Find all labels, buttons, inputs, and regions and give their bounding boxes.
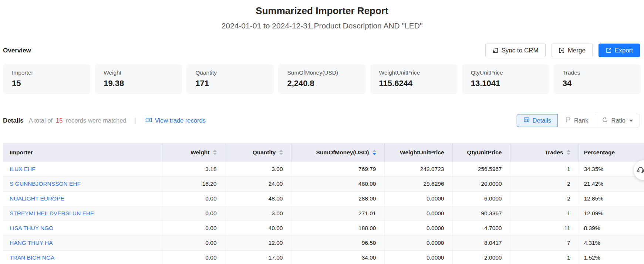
cell-qtyunitprice: 256.5967 — [452, 162, 510, 176]
sort-carets-icon[interactable] — [213, 150, 217, 155]
chevron-down-icon — [629, 120, 633, 122]
column-header-qtyunitprice: QtyUnitPrice — [452, 143, 510, 162]
importer-link[interactable]: NUALIGHT EUROPE — [10, 195, 64, 202]
export-label: Export — [615, 47, 633, 54]
column-label: Quantity — [253, 149, 276, 155]
importer-table: ImporterWeightQuantitySumOfMoney(USD)Wei… — [3, 143, 644, 264]
cell-quantity: 24.00 — [225, 176, 291, 191]
view-trade-records-link[interactable]: View trade records — [145, 117, 206, 124]
cell-sumofmoney-usd-: 480.00 — [291, 176, 384, 191]
trade-records-icon — [145, 117, 152, 124]
cell-trades: 1 — [510, 250, 579, 264]
importer-link[interactable]: STREYMI HEILDVERSLUN EHF — [10, 210, 94, 216]
report-subtitle: 2024-01-01 to 2024-12-31,Product Descrip… — [0, 21, 644, 30]
cell-trades: 1 — [510, 162, 579, 176]
column-header-quantity[interactable]: Quantity — [225, 143, 291, 162]
cell-weightunitprice: 0.0000 — [384, 236, 452, 250]
cell-percentage: 1.52% — [579, 250, 644, 264]
cell-sumofmoney-usd-: 288.00 — [291, 191, 384, 206]
importer-link[interactable]: S GUNNBJORNSSON EHF — [10, 181, 81, 187]
cell-qtyunitprice: 8.0417 — [452, 236, 510, 250]
view-mode-switch: Details Rank Ratio — [516, 114, 640, 127]
sync-to-crm-button[interactable]: Sync to CRM — [485, 44, 546, 57]
table-row: S GUNNBJORNSSON EHF16.2024.00480.0029.62… — [3, 176, 644, 191]
cell-weight: 16.20 — [162, 176, 225, 191]
cell-trades: 11 — [510, 221, 579, 236]
tab-rank[interactable]: Rank — [558, 114, 595, 127]
column-label: Percentage — [584, 149, 615, 155]
cell-sumofmoney-usd-: 96.50 — [291, 236, 384, 250]
stat-label: Trades — [563, 69, 641, 76]
importer-link[interactable]: LISA THUY NGO — [10, 225, 53, 231]
cell-trades: 7 — [510, 236, 579, 250]
column-header-importer: Importer — [3, 143, 162, 162]
tab-ratio[interactable]: Ratio — [595, 114, 640, 127]
tab-details-label: Details — [533, 117, 551, 124]
table-row: ILUX EHF3.183.00769.79242.0723256.596713… — [3, 162, 644, 176]
cell-weight: 0.00 — [162, 206, 225, 221]
match-count: 15 — [56, 117, 63, 124]
merge-button[interactable]: Merge — [552, 44, 593, 57]
details-heading: Details — [3, 117, 24, 124]
column-header-weightunitprice: WeightUnitPrice — [384, 143, 452, 162]
cell-quantity: 12.00 — [225, 236, 291, 250]
match-text-suffix: records were matched — [66, 117, 126, 124]
stat-value: 34 — [563, 79, 641, 88]
column-header-trades[interactable]: Trades — [510, 143, 579, 162]
stat-card-quantity: Quantity171 — [186, 64, 274, 94]
view-trade-records-label: View trade records — [155, 117, 206, 124]
cell-percentage: 12.85% — [579, 191, 644, 206]
overview-bar: Overview Sync to CRM Merge — [0, 44, 644, 57]
tab-details[interactable]: Details — [517, 114, 558, 127]
importer-link[interactable]: TRAN BICH NGA — [10, 254, 54, 261]
cell-weight: 0.00 — [162, 250, 225, 264]
column-label: Weight — [190, 149, 209, 155]
cell-sumofmoney-usd-: 34.00 — [291, 250, 384, 264]
cell-qtyunitprice: 90.3367 — [452, 206, 510, 221]
match-text-prefix: A total of — [29, 117, 53, 124]
importer-cell: TRAN BICH NGA — [3, 250, 162, 264]
cell-weightunitprice: 242.0723 — [384, 162, 452, 176]
cell-percentage: 21.42% — [579, 176, 644, 191]
refresh-icon — [602, 117, 608, 124]
cell-weightunitprice: 0.0000 — [384, 250, 452, 264]
stat-value: 2,240.8 — [287, 79, 365, 88]
cell-weight: 0.00 — [162, 191, 225, 206]
stat-value: 171 — [195, 79, 274, 88]
cell-quantity: 40.00 — [225, 221, 291, 236]
importer-cell: STREYMI HEILDVERSLUN EHF — [3, 206, 162, 221]
column-header-weight[interactable]: Weight — [162, 143, 225, 162]
sort-carets-icon[interactable] — [567, 150, 570, 155]
table-row: STREYMI HEILDVERSLUN EHF0.003.00271.010.… — [3, 206, 644, 221]
column-header-sumofmoney-usd-[interactable]: SumOfMoney(USD) — [291, 143, 384, 162]
stat-card-trades: Trades34 — [554, 64, 641, 94]
stat-value: 115.6244 — [379, 79, 458, 88]
export-button[interactable]: Export — [599, 44, 640, 57]
cell-quantity: 3.00 — [225, 162, 291, 176]
column-header-percentage: Percentage — [579, 143, 644, 162]
importer-cell: S GUNNBJORNSSON EHF — [3, 176, 162, 191]
cell-qtyunitprice: 2.0000 — [452, 250, 510, 264]
cell-weightunitprice: 0.0000 — [384, 206, 452, 221]
details-bar: Details A total of 15 records were match… — [0, 114, 644, 127]
cell-quantity: 17.00 — [225, 250, 291, 264]
page-title: Summarized Importer Report — [0, 5, 644, 16]
sort-carets-icon[interactable] — [372, 150, 376, 155]
cell-sumofmoney-usd-: 769.79 — [291, 162, 384, 176]
importer-link[interactable]: ILUX EHF — [10, 166, 36, 172]
cell-quantity: 48.00 — [225, 191, 291, 206]
importer-link[interactable]: HANG THUY HA — [10, 240, 53, 246]
sort-carets-icon[interactable] — [279, 150, 283, 155]
importer-cell: LISA THUY NGO — [3, 221, 162, 236]
cell-percentage: 8.39% — [579, 221, 644, 236]
table-row: LISA THUY NGO0.0040.00188.000.00004.7000… — [3, 221, 644, 236]
column-label: WeightUnitPrice — [400, 149, 444, 155]
column-label: Trades — [545, 149, 563, 155]
sync-to-crm-icon — [492, 47, 499, 54]
stat-card-weightunitprice: WeightUnitPrice115.6244 — [370, 64, 458, 94]
stat-card-sumofmoney-usd-: SumOfMoney(USD)2,240.8 — [278, 64, 365, 94]
stat-card-importer: Importer15 — [3, 64, 90, 94]
stat-value: 13.1041 — [471, 79, 549, 88]
stat-label: Weight — [104, 69, 182, 76]
merge-label: Merge — [568, 47, 586, 54]
